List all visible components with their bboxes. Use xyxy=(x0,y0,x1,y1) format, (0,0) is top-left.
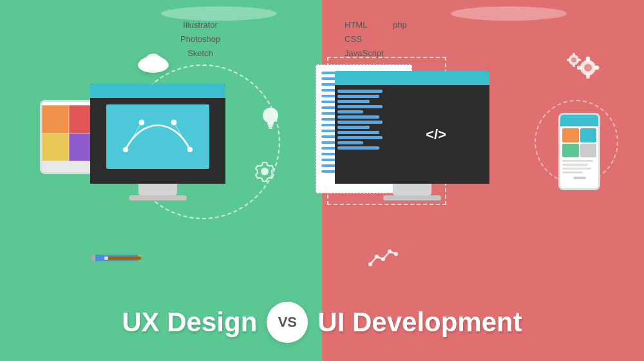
tool-css: CSS xyxy=(345,32,384,46)
phone-content xyxy=(560,126,598,184)
code-line xyxy=(337,95,379,98)
wave-decoration-right xyxy=(451,6,567,21)
svg-rect-8 xyxy=(268,125,273,127)
svg-line-18 xyxy=(174,122,190,150)
monitor-base-right xyxy=(383,195,441,200)
ux-design-title: UX Design xyxy=(122,307,257,338)
svg-point-24 xyxy=(140,255,153,262)
svg-line-17 xyxy=(126,122,142,150)
phone-lines xyxy=(562,160,596,173)
lightbulb-icon xyxy=(261,106,280,133)
tool-javascript: JavaScript xyxy=(345,46,384,61)
tool-html: HTML xyxy=(345,18,384,32)
monitor-stand-right xyxy=(393,184,431,195)
monitor-screen-left xyxy=(90,84,225,184)
bezier-canvas xyxy=(106,104,209,169)
phone-line xyxy=(562,164,588,166)
ui-development-title: UI Development xyxy=(317,307,522,338)
svg-rect-7 xyxy=(267,122,274,125)
code-display: </> xyxy=(335,85,489,184)
svg-point-44 xyxy=(394,252,398,256)
phone-cell-orange xyxy=(562,128,579,142)
phone-button xyxy=(573,177,586,179)
tablet-cell-orange xyxy=(42,105,69,133)
code-line xyxy=(337,121,383,124)
monitor-bar-right xyxy=(335,71,489,85)
phone-line xyxy=(562,171,583,173)
code-lines xyxy=(337,88,383,181)
svg-rect-37 xyxy=(573,64,575,67)
code-line xyxy=(337,141,363,144)
phone-cell-gray xyxy=(580,144,597,158)
svg-point-27 xyxy=(584,64,592,72)
vs-badge: VS xyxy=(267,302,308,343)
vs-label: VS xyxy=(278,314,297,331)
code-line xyxy=(337,105,383,108)
code-line xyxy=(337,126,370,129)
monitor-left xyxy=(90,84,225,200)
tool-photoshop: Photoshop xyxy=(180,32,220,46)
svg-point-43 xyxy=(388,249,392,253)
code-line xyxy=(337,110,363,113)
phone-cell-green xyxy=(562,144,579,158)
gear-icon-left xyxy=(254,161,275,184)
monitor-stand-left xyxy=(138,184,177,195)
code-line xyxy=(337,100,370,103)
code-line xyxy=(337,90,383,93)
graph-icon xyxy=(367,245,399,270)
tool-sketch: Sketch xyxy=(180,46,220,61)
svg-rect-25 xyxy=(104,257,108,260)
tools-right-col2: php xyxy=(393,18,407,32)
svg-rect-9 xyxy=(269,127,272,129)
tablet-cell-yellow xyxy=(42,133,69,162)
code-line xyxy=(337,146,379,150)
svg-rect-29 xyxy=(586,73,590,79)
phone-line xyxy=(562,168,591,170)
cloud-icon xyxy=(135,48,171,75)
svg-rect-36 xyxy=(573,53,575,56)
code-line xyxy=(337,131,379,134)
phone-cell-teal xyxy=(580,128,597,142)
tools-right-col1: HTML CSS JavaScript xyxy=(345,18,384,61)
tools-left: Illustrator Photoshop Sketch xyxy=(180,18,220,61)
tablet-bottom xyxy=(42,161,96,174)
phone-top-bar xyxy=(560,115,598,126)
svg-point-42 xyxy=(381,257,385,261)
tablet-device xyxy=(40,100,98,174)
monitor-right: </> xyxy=(335,71,489,200)
code-line xyxy=(337,115,379,119)
svg-point-40 xyxy=(368,262,372,266)
phone-grid xyxy=(562,128,596,157)
phone-device xyxy=(558,113,600,190)
svg-rect-30 xyxy=(577,66,582,70)
svg-rect-39 xyxy=(578,59,581,61)
tool-illustrator: Illustrator xyxy=(180,18,220,32)
phone-line xyxy=(562,160,593,162)
code-tag-display: </> xyxy=(385,88,487,181)
svg-point-41 xyxy=(375,255,379,259)
svg-point-35 xyxy=(571,57,576,63)
gears-icon-right xyxy=(564,48,609,90)
bottom-title: UX Design VS UI Development xyxy=(0,302,644,343)
code-line xyxy=(337,136,383,139)
pencil-brush-icon xyxy=(90,248,167,270)
monitor-base-left xyxy=(129,195,187,200)
monitor-screen-right: </> xyxy=(335,71,489,184)
tool-php: php xyxy=(393,18,407,32)
svg-point-5 xyxy=(152,56,164,66)
svg-rect-23 xyxy=(106,257,145,260)
monitor-bar-left xyxy=(90,84,225,98)
svg-rect-38 xyxy=(567,59,570,61)
svg-rect-22 xyxy=(91,255,95,261)
